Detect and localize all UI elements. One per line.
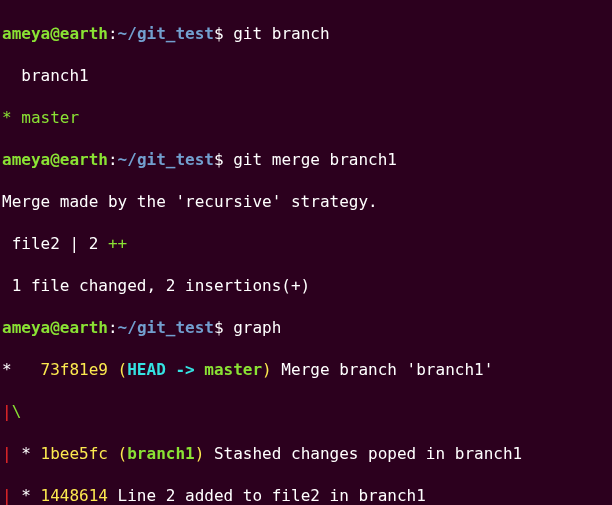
commit-msg: Merge branch 'branch1' — [272, 360, 494, 379]
prompt-colon: : — [108, 24, 118, 43]
prompt-line-1: ameya@earth:~/git_test$ git branch — [2, 23, 612, 44]
branch-name: master — [21, 108, 79, 127]
branch-star: * — [2, 108, 21, 127]
branch-ref: branch1 — [127, 444, 194, 463]
prompt-colon: : — [108, 150, 118, 169]
prompt-dollar: $ — [214, 24, 224, 43]
branch-list-current: * master — [2, 107, 612, 128]
command-git-branch: git branch — [233, 24, 329, 43]
prompt-line-2: ameya@earth:~/git_test$ git merge branch… — [2, 149, 612, 170]
prompt-user: ameya@earth — [2, 150, 108, 169]
merge-diffstat: file2 | 2 ++ — [2, 233, 612, 254]
command-git-merge: git merge branch1 — [233, 150, 397, 169]
diff-plus: ++ — [108, 234, 127, 253]
prompt-path: ~/git_test — [118, 150, 214, 169]
commit-msg: Line 2 added to file2 in branch1 — [108, 486, 426, 505]
commit-hash: 1bee5fc — [41, 444, 108, 463]
commit-hash: 73f81e9 — [41, 360, 108, 379]
graph-line: * 73f81e9 (HEAD -> master) Merge branch … — [2, 359, 612, 380]
terminal[interactable]: ameya@earth:~/git_test$ git branch branc… — [0, 0, 612, 505]
prompt-colon: : — [108, 318, 118, 337]
head-ref: HEAD -> — [127, 360, 204, 379]
prompt-path: ~/git_test — [118, 318, 214, 337]
branch-list-item: branch1 — [2, 65, 612, 86]
prompt-line-3: ameya@earth:~/git_test$ graph — [2, 317, 612, 338]
merge-output: Merge made by the 'recursive' strategy. — [2, 191, 612, 212]
prompt-path: ~/git_test — [118, 24, 214, 43]
command-graph: graph — [233, 318, 281, 337]
graph-line: |\ — [2, 401, 612, 422]
prompt-dollar: $ — [214, 318, 224, 337]
merge-summary: 1 file changed, 2 insertions(+) — [2, 275, 612, 296]
prompt-dollar: $ — [214, 150, 224, 169]
prompt-user: ameya@earth — [2, 318, 108, 337]
graph-line: | * 1bee5fc (branch1) Stashed changes po… — [2, 443, 612, 464]
commit-hash: 1448614 — [41, 486, 108, 505]
branch-ref: master — [204, 360, 262, 379]
prompt-user: ameya@earth — [2, 24, 108, 43]
commit-msg: Stashed changes poped in branch1 — [204, 444, 522, 463]
graph-line: | * 1448614 Line 2 added to file2 in bra… — [2, 485, 612, 505]
